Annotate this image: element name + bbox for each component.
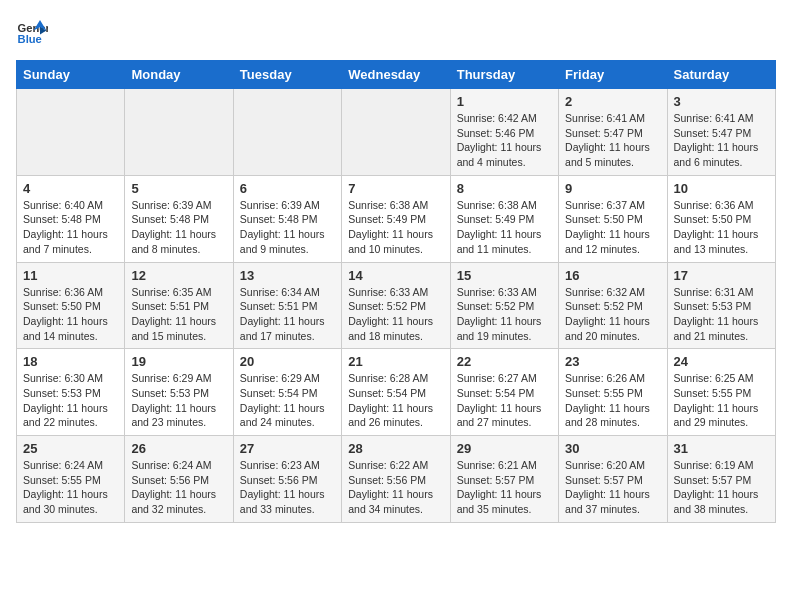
day-info: Sunrise: 6:39 AM Sunset: 5:48 PM Dayligh… xyxy=(131,198,226,257)
week-row-5: 25Sunrise: 6:24 AM Sunset: 5:55 PM Dayli… xyxy=(17,436,776,523)
day-info: Sunrise: 6:34 AM Sunset: 5:51 PM Dayligh… xyxy=(240,285,335,344)
day-number: 22 xyxy=(457,354,552,369)
day-number: 26 xyxy=(131,441,226,456)
calendar-cell xyxy=(17,89,125,176)
day-info: Sunrise: 6:21 AM Sunset: 5:57 PM Dayligh… xyxy=(457,458,552,517)
day-info: Sunrise: 6:33 AM Sunset: 5:52 PM Dayligh… xyxy=(457,285,552,344)
calendar-cell: 12Sunrise: 6:35 AM Sunset: 5:51 PM Dayli… xyxy=(125,262,233,349)
weekday-header-monday: Monday xyxy=(125,61,233,89)
calendar-cell: 7Sunrise: 6:38 AM Sunset: 5:49 PM Daylig… xyxy=(342,175,450,262)
day-info: Sunrise: 6:39 AM Sunset: 5:48 PM Dayligh… xyxy=(240,198,335,257)
day-number: 3 xyxy=(674,94,769,109)
day-number: 16 xyxy=(565,268,660,283)
day-info: Sunrise: 6:38 AM Sunset: 5:49 PM Dayligh… xyxy=(457,198,552,257)
day-info: Sunrise: 6:27 AM Sunset: 5:54 PM Dayligh… xyxy=(457,371,552,430)
day-info: Sunrise: 6:31 AM Sunset: 5:53 PM Dayligh… xyxy=(674,285,769,344)
day-info: Sunrise: 6:24 AM Sunset: 5:56 PM Dayligh… xyxy=(131,458,226,517)
calendar-cell: 17Sunrise: 6:31 AM Sunset: 5:53 PM Dayli… xyxy=(667,262,775,349)
day-info: Sunrise: 6:30 AM Sunset: 5:53 PM Dayligh… xyxy=(23,371,118,430)
calendar-cell: 9Sunrise: 6:37 AM Sunset: 5:50 PM Daylig… xyxy=(559,175,667,262)
calendar-cell: 30Sunrise: 6:20 AM Sunset: 5:57 PM Dayli… xyxy=(559,436,667,523)
day-number: 12 xyxy=(131,268,226,283)
day-number: 14 xyxy=(348,268,443,283)
day-number: 20 xyxy=(240,354,335,369)
day-number: 23 xyxy=(565,354,660,369)
calendar-cell: 27Sunrise: 6:23 AM Sunset: 5:56 PM Dayli… xyxy=(233,436,341,523)
day-info: Sunrise: 6:36 AM Sunset: 5:50 PM Dayligh… xyxy=(674,198,769,257)
logo: General Blue xyxy=(16,16,52,48)
day-number: 9 xyxy=(565,181,660,196)
calendar-cell: 5Sunrise: 6:39 AM Sunset: 5:48 PM Daylig… xyxy=(125,175,233,262)
calendar-cell: 23Sunrise: 6:26 AM Sunset: 5:55 PM Dayli… xyxy=(559,349,667,436)
day-number: 28 xyxy=(348,441,443,456)
week-row-2: 4Sunrise: 6:40 AM Sunset: 5:48 PM Daylig… xyxy=(17,175,776,262)
day-number: 17 xyxy=(674,268,769,283)
weekday-header-friday: Friday xyxy=(559,61,667,89)
calendar-cell: 21Sunrise: 6:28 AM Sunset: 5:54 PM Dayli… xyxy=(342,349,450,436)
calendar-cell: 15Sunrise: 6:33 AM Sunset: 5:52 PM Dayli… xyxy=(450,262,558,349)
calendar-cell: 16Sunrise: 6:32 AM Sunset: 5:52 PM Dayli… xyxy=(559,262,667,349)
weekday-header-thursday: Thursday xyxy=(450,61,558,89)
day-info: Sunrise: 6:25 AM Sunset: 5:55 PM Dayligh… xyxy=(674,371,769,430)
day-info: Sunrise: 6:29 AM Sunset: 5:53 PM Dayligh… xyxy=(131,371,226,430)
calendar-cell: 4Sunrise: 6:40 AM Sunset: 5:48 PM Daylig… xyxy=(17,175,125,262)
week-row-1: 1Sunrise: 6:42 AM Sunset: 5:46 PM Daylig… xyxy=(17,89,776,176)
day-number: 24 xyxy=(674,354,769,369)
calendar-cell: 24Sunrise: 6:25 AM Sunset: 5:55 PM Dayli… xyxy=(667,349,775,436)
calendar-cell: 26Sunrise: 6:24 AM Sunset: 5:56 PM Dayli… xyxy=(125,436,233,523)
logo-icon: General Blue xyxy=(16,16,48,48)
day-number: 4 xyxy=(23,181,118,196)
day-info: Sunrise: 6:38 AM Sunset: 5:49 PM Dayligh… xyxy=(348,198,443,257)
weekday-header-saturday: Saturday xyxy=(667,61,775,89)
day-info: Sunrise: 6:36 AM Sunset: 5:50 PM Dayligh… xyxy=(23,285,118,344)
day-number: 27 xyxy=(240,441,335,456)
day-number: 30 xyxy=(565,441,660,456)
calendar-cell: 11Sunrise: 6:36 AM Sunset: 5:50 PM Dayli… xyxy=(17,262,125,349)
week-row-3: 11Sunrise: 6:36 AM Sunset: 5:50 PM Dayli… xyxy=(17,262,776,349)
calendar-cell: 29Sunrise: 6:21 AM Sunset: 5:57 PM Dayli… xyxy=(450,436,558,523)
day-info: Sunrise: 6:23 AM Sunset: 5:56 PM Dayligh… xyxy=(240,458,335,517)
day-number: 5 xyxy=(131,181,226,196)
day-number: 13 xyxy=(240,268,335,283)
calendar-table: SundayMondayTuesdayWednesdayThursdayFrid… xyxy=(16,60,776,523)
calendar-cell: 20Sunrise: 6:29 AM Sunset: 5:54 PM Dayli… xyxy=(233,349,341,436)
day-info: Sunrise: 6:22 AM Sunset: 5:56 PM Dayligh… xyxy=(348,458,443,517)
day-info: Sunrise: 6:19 AM Sunset: 5:57 PM Dayligh… xyxy=(674,458,769,517)
calendar-cell: 1Sunrise: 6:42 AM Sunset: 5:46 PM Daylig… xyxy=(450,89,558,176)
weekday-header-wednesday: Wednesday xyxy=(342,61,450,89)
day-number: 21 xyxy=(348,354,443,369)
weekday-header-sunday: Sunday xyxy=(17,61,125,89)
weekday-header-tuesday: Tuesday xyxy=(233,61,341,89)
day-info: Sunrise: 6:20 AM Sunset: 5:57 PM Dayligh… xyxy=(565,458,660,517)
day-info: Sunrise: 6:28 AM Sunset: 5:54 PM Dayligh… xyxy=(348,371,443,430)
calendar-cell: 8Sunrise: 6:38 AM Sunset: 5:49 PM Daylig… xyxy=(450,175,558,262)
calendar-cell: 22Sunrise: 6:27 AM Sunset: 5:54 PM Dayli… xyxy=(450,349,558,436)
calendar-cell: 25Sunrise: 6:24 AM Sunset: 5:55 PM Dayli… xyxy=(17,436,125,523)
page-header: General Blue xyxy=(16,16,776,48)
day-info: Sunrise: 6:24 AM Sunset: 5:55 PM Dayligh… xyxy=(23,458,118,517)
day-number: 2 xyxy=(565,94,660,109)
day-number: 1 xyxy=(457,94,552,109)
weekday-header-row: SundayMondayTuesdayWednesdayThursdayFrid… xyxy=(17,61,776,89)
day-number: 18 xyxy=(23,354,118,369)
day-number: 7 xyxy=(348,181,443,196)
calendar-cell: 14Sunrise: 6:33 AM Sunset: 5:52 PM Dayli… xyxy=(342,262,450,349)
day-number: 31 xyxy=(674,441,769,456)
day-number: 8 xyxy=(457,181,552,196)
calendar-cell: 13Sunrise: 6:34 AM Sunset: 5:51 PM Dayli… xyxy=(233,262,341,349)
week-row-4: 18Sunrise: 6:30 AM Sunset: 5:53 PM Dayli… xyxy=(17,349,776,436)
calendar-cell: 3Sunrise: 6:41 AM Sunset: 5:47 PM Daylig… xyxy=(667,89,775,176)
calendar-cell: 19Sunrise: 6:29 AM Sunset: 5:53 PM Dayli… xyxy=(125,349,233,436)
day-info: Sunrise: 6:29 AM Sunset: 5:54 PM Dayligh… xyxy=(240,371,335,430)
day-info: Sunrise: 6:33 AM Sunset: 5:52 PM Dayligh… xyxy=(348,285,443,344)
calendar-cell: 6Sunrise: 6:39 AM Sunset: 5:48 PM Daylig… xyxy=(233,175,341,262)
day-number: 6 xyxy=(240,181,335,196)
day-info: Sunrise: 6:26 AM Sunset: 5:55 PM Dayligh… xyxy=(565,371,660,430)
calendar-cell: 10Sunrise: 6:36 AM Sunset: 5:50 PM Dayli… xyxy=(667,175,775,262)
day-number: 25 xyxy=(23,441,118,456)
calendar-cell xyxy=(342,89,450,176)
calendar-cell xyxy=(233,89,341,176)
day-info: Sunrise: 6:32 AM Sunset: 5:52 PM Dayligh… xyxy=(565,285,660,344)
day-info: Sunrise: 6:41 AM Sunset: 5:47 PM Dayligh… xyxy=(674,111,769,170)
day-number: 11 xyxy=(23,268,118,283)
